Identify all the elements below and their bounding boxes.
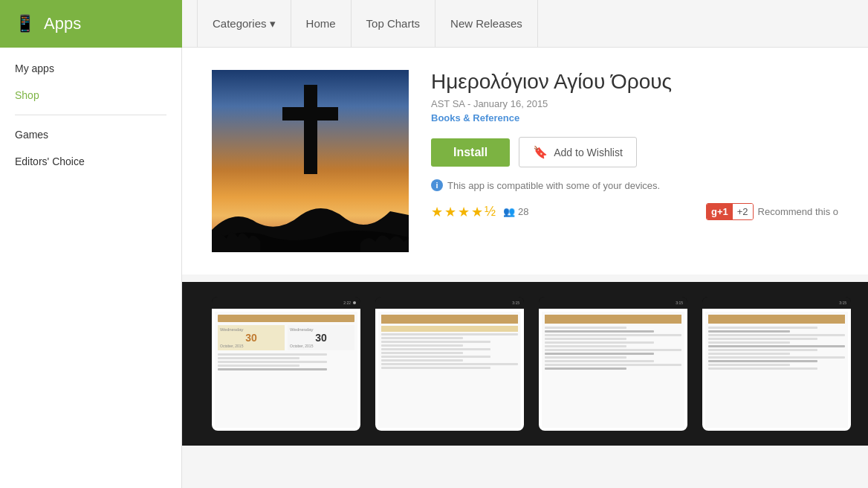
install-button[interactable]: Install: [431, 138, 510, 167]
gplus-button[interactable]: g+1 +2: [706, 203, 754, 220]
gplus-count: +2: [733, 204, 753, 219]
app-title: Ημερολόγιον Αγίου Όρους: [431, 70, 838, 94]
phone-top-bar-1: 2:22: [212, 297, 360, 309]
rating-row: ★ ★ ★ ★ ½ 👥 28 g+1 +2: [431, 203, 838, 220]
sidebar-item-my-apps[interactable]: My apps: [0, 55, 181, 82]
header: 📱 Apps Categories ▾ Home Top Charts New …: [0, 0, 868, 48]
screenshots-section: 2:22 Wednesday 30 October, 2015: [182, 282, 868, 446]
star-4: ★: [471, 204, 483, 220]
apps-label: Apps: [44, 14, 81, 33]
home-label: Home: [306, 17, 336, 30]
nav-new-releases[interactable]: New Releases: [435, 0, 538, 48]
action-buttons: Install 🔖 Add to Wishlist: [431, 137, 838, 167]
sidebar-item-games[interactable]: Games: [0, 121, 181, 148]
info-icon: i: [431, 179, 443, 191]
gplus-recommend-text: Recommend this o: [758, 206, 838, 217]
star-1: ★: [431, 204, 443, 220]
wishlist-button[interactable]: 🔖 Add to Wishlist: [519, 137, 637, 167]
phone-screen-1: Wednesday 30 October, 2015 Wednesday 30 …: [212, 309, 360, 431]
phone-screen-2: [375, 309, 524, 431]
android-icon: 📱: [15, 14, 35, 33]
nav-categories[interactable]: Categories ▾: [197, 0, 291, 48]
vegetation-silhouette: [212, 222, 409, 252]
sidebar-item-shop[interactable]: Shop: [0, 82, 181, 109]
rating-count: 👥 28: [503, 206, 528, 217]
status-time-1: 2:22: [343, 301, 351, 305]
meta-separator: -: [467, 98, 473, 109]
wishlist-label: Add to Wishlist: [554, 147, 623, 158]
star-3: ★: [458, 204, 470, 220]
app-info: Ημερολόγιον Αγίου Όρους AST SA - January…: [431, 70, 838, 220]
sidebar: My apps Shop Games Editors' Choice: [0, 48, 182, 488]
star-rating: ★ ★ ★ ★ ½: [431, 204, 496, 220]
phone-screenshot-1: 2:22 Wednesday 30 October, 2015: [212, 297, 360, 431]
phone-screenshot-4: 3:15: [702, 297, 851, 431]
status-time-4: 3:15: [839, 301, 846, 305]
app-date: January 16, 2015: [473, 98, 548, 109]
chevron-down-icon: ▾: [270, 17, 276, 30]
sidebar-item-editors-choice[interactable]: Editors' Choice: [0, 148, 181, 175]
compatibility-text: This app is compatible with some of your…: [447, 180, 660, 191]
gplus-badge: g+1 +2 Recommend this o: [706, 203, 838, 220]
star-2: ★: [444, 204, 456, 220]
app-main-image: [212, 70, 409, 252]
compatibility-note: i This app is compatible with some of yo…: [431, 179, 838, 191]
categories-label: Categories: [213, 17, 267, 30]
status-time-2: 3:15: [512, 301, 519, 305]
people-icon: 👥: [503, 206, 515, 217]
status-time-3: 3:15: [676, 301, 683, 305]
phone-screen-4: [702, 309, 851, 431]
bookmark-icon: 🔖: [533, 145, 548, 159]
app-publisher: AST SA: [431, 98, 464, 109]
nav-top-charts[interactable]: Top Charts: [352, 0, 436, 48]
phone-top-bar-3: 3:15: [539, 297, 687, 309]
gplus-icon: g+1: [707, 204, 733, 219]
count-value: 28: [518, 206, 528, 217]
top-charts-label: Top Charts: [366, 17, 421, 30]
nav-home[interactable]: Home: [291, 0, 352, 48]
phone-screen-3: [539, 309, 687, 431]
app-meta: AST SA - January 16, 2015: [431, 98, 838, 109]
phone-screenshot-3: 3:15: [539, 297, 687, 431]
sidebar-divider: [15, 115, 166, 115]
signal-icon-1: [353, 301, 356, 304]
content-wrapper: My apps Shop Games Editors' Choice: [0, 48, 868, 488]
app-category: Books & Reference: [431, 112, 838, 123]
apps-tab[interactable]: 📱 Apps: [0, 0, 182, 48]
new-releases-label: New Releases: [450, 17, 522, 30]
phone-screenshot-2: 3:15: [375, 297, 524, 431]
phone-top-bar-4: 3:15: [702, 297, 851, 309]
phone-top-bar-2: 3:15: [375, 297, 524, 309]
cross-decoration: [304, 85, 317, 174]
app-detail: Ημερολόγιον Αγίου Όρους AST SA - January…: [182, 48, 868, 274]
nav-bar: Categories ▾ Home Top Charts New Release…: [182, 0, 538, 48]
main-content: Ημερολόγιον Αγίου Όρους AST SA - January…: [182, 48, 868, 488]
star-half: ½: [485, 204, 496, 220]
